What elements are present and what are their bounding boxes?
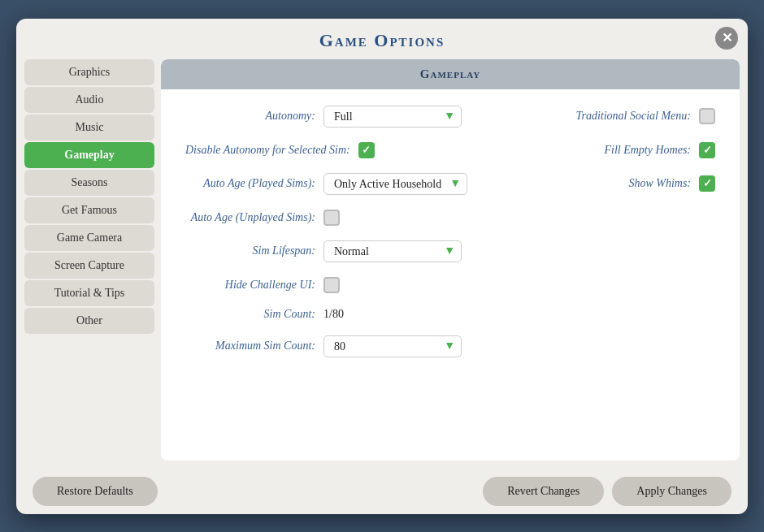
content-body: Autonomy: Full Semi-Active Off ▼ Traditi… bbox=[161, 89, 740, 388]
auto-age-unplayed-checkbox[interactable] bbox=[323, 210, 340, 226]
sidebar: Graphics Audio Music Gameplay Seasons Ge… bbox=[24, 59, 154, 461]
auto-age-unplayed-row: Auto Age (Unplayed Sims): bbox=[185, 210, 715, 226]
max-sim-count-dropdown-wrap: 80 40 120 160 ▼ bbox=[323, 335, 462, 357]
hide-challenge-ui-row: Hide Challenge UI: bbox=[185, 277, 715, 293]
disable-autonomy-label: Disable Autonomy for Selected Sim: bbox=[185, 144, 350, 157]
sidebar-item-game-camera[interactable]: Game Camera bbox=[24, 225, 154, 251]
game-options-modal: Game Options ✕ Graphics Audio Music Game… bbox=[16, 19, 748, 514]
disable-autonomy-left: Disable Autonomy for Selected Sim: bbox=[185, 142, 375, 158]
sim-count-label: Sim Count: bbox=[185, 308, 315, 321]
show-whims-checkbox[interactable] bbox=[699, 175, 715, 192]
auto-age-played-row: Auto Age (Played Sims): Only Active Hous… bbox=[185, 173, 715, 195]
auto-age-played-dropdown-wrap: Only Active Household All Off ▼ bbox=[323, 173, 467, 195]
traditional-social-menu-label: Traditional Social Menu: bbox=[575, 110, 691, 123]
fill-empty-homes-checkbox[interactable] bbox=[699, 142, 715, 158]
hide-challenge-ui-checkbox[interactable] bbox=[323, 277, 340, 293]
modal-footer: Restore Defaults Revert Changes Apply Ch… bbox=[16, 469, 748, 514]
sim-count-value: 1/80 bbox=[323, 308, 344, 321]
fill-empty-homes-right: Fill Empty Homes: bbox=[604, 142, 715, 158]
apply-changes-button[interactable]: Apply Changes bbox=[612, 477, 731, 506]
disable-autonomy-checkbox[interactable] bbox=[358, 142, 375, 158]
sim-lifespan-label: Sim Lifespan: bbox=[185, 244, 315, 257]
sidebar-item-gameplay[interactable]: Gameplay bbox=[24, 142, 154, 168]
content-header: Gameplay bbox=[161, 59, 740, 89]
autonomy-left: Autonomy: Full Semi-Active Off ▼ bbox=[185, 106, 462, 128]
sidebar-item-tutorial-tips[interactable]: Tutorial & Tips bbox=[24, 280, 154, 306]
sidebar-item-music[interactable]: Music bbox=[24, 115, 154, 141]
restore-defaults-button[interactable]: Restore Defaults bbox=[33, 477, 158, 506]
max-sim-count-row: Maximum Sim Count: 80 40 120 160 ▼ bbox=[185, 335, 715, 357]
max-sim-count-label: Maximum Sim Count: bbox=[185, 340, 315, 353]
auto-age-played-label: Auto Age (Played Sims): bbox=[185, 177, 315, 190]
modal-title: Game Options bbox=[319, 30, 445, 50]
content-panel: Gameplay Autonomy: Full Semi-Active Off … bbox=[161, 59, 740, 461]
revert-changes-button[interactable]: Revert Changes bbox=[483, 477, 604, 506]
traditional-social-menu-right: Traditional Social Menu: bbox=[575, 106, 715, 128]
modal-body: Graphics Audio Music Gameplay Seasons Ge… bbox=[16, 59, 748, 469]
sidebar-item-other[interactable]: Other bbox=[24, 308, 154, 334]
auto-age-played-left: Auto Age (Played Sims): Only Active Hous… bbox=[185, 173, 467, 195]
max-sim-count-dropdown[interactable]: 80 40 120 160 bbox=[323, 335, 462, 357]
close-button[interactable]: ✕ bbox=[715, 27, 738, 50]
sim-lifespan-row: Sim Lifespan: Normal Short Long Epic ▼ bbox=[185, 240, 715, 262]
sidebar-item-get-famous[interactable]: Get Famous bbox=[24, 197, 154, 223]
modal-header: Game Options bbox=[16, 19, 748, 59]
autonomy-dropdown[interactable]: Full Semi-Active Off bbox=[323, 106, 462, 128]
footer-right-buttons: Revert Changes Apply Changes bbox=[483, 477, 731, 506]
hide-challenge-ui-label: Hide Challenge UI: bbox=[185, 279, 315, 292]
sim-lifespan-dropdown-wrap: Normal Short Long Epic ▼ bbox=[323, 240, 462, 262]
autonomy-dropdown-wrap: Full Semi-Active Off ▼ bbox=[323, 106, 462, 128]
sidebar-item-graphics[interactable]: Graphics bbox=[24, 59, 154, 85]
show-whims-right: Show Whims: bbox=[628, 173, 715, 195]
auto-age-played-dropdown[interactable]: Only Active Household All Off bbox=[323, 173, 467, 195]
sim-count-row: Sim Count: 1/80 bbox=[185, 308, 715, 321]
fill-empty-homes-label: Fill Empty Homes: bbox=[604, 144, 691, 157]
disable-autonomy-row: Disable Autonomy for Selected Sim: Fill … bbox=[185, 142, 715, 158]
traditional-social-menu-checkbox[interactable] bbox=[699, 108, 715, 124]
sim-lifespan-dropdown[interactable]: Normal Short Long Epic bbox=[323, 240, 462, 262]
autonomy-label: Autonomy: bbox=[185, 110, 315, 123]
sidebar-item-seasons[interactable]: Seasons bbox=[24, 170, 154, 196]
show-whims-label: Show Whims: bbox=[628, 177, 691, 190]
sidebar-item-audio[interactable]: Audio bbox=[24, 87, 154, 113]
autonomy-row: Autonomy: Full Semi-Active Off ▼ Traditi… bbox=[185, 106, 715, 128]
auto-age-unplayed-label: Auto Age (Unplayed Sims): bbox=[185, 211, 315, 224]
sidebar-item-screen-capture[interactable]: Screen Capture bbox=[24, 253, 154, 279]
